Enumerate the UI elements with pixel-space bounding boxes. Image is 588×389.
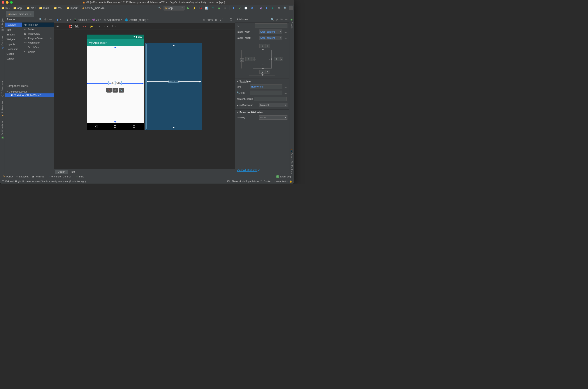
project-tool-tab[interactable]: ▦1: Project [1,18,4,32]
infer-constraints-icon[interactable]: ✨ [89,25,94,29]
more-icon[interactable]: … [284,36,287,39]
gear-icon[interactable]: ⚙▾ [280,18,283,21]
palette-category[interactable]: Common [5,23,22,27]
zoom-in-button[interactable]: ⊕ [214,18,218,22]
palette-item[interactable]: AbTextView [22,23,54,27]
logcat-tool-button[interactable]: ≡6: Logcat [15,175,31,178]
palette-category[interactable]: Google [5,51,22,56]
tree-row-root[interactable]: ⌗ ConstraintLayout [5,90,54,94]
device-file-explorer-tab[interactable]: 📱Device File Explorer [290,149,293,174]
palette-item[interactable]: 🖼ImageView [22,32,54,36]
blueprint-preview[interactable]: Hello World! [145,43,202,130]
palette-item[interactable]: ☰ScrollView [22,45,54,49]
build-tool-button[interactable]: ⬆⬇Build [72,175,86,178]
swap-icon[interactable]: ⇄ [276,18,278,21]
pack-icon[interactable]: ↕▼ [95,25,101,29]
design-preview[interactable]: ▼ ▮ 8:00 My Application [87,34,144,130]
palette-item[interactable]: ⊷Switch [22,49,54,54]
avd-manager-icon[interactable]: ▣ [258,6,263,10]
text-appearance-select[interactable]: Material▼ [259,103,287,107]
textview-widget[interactable]: Hello World! [109,82,121,84]
account-icon[interactable] [289,6,293,10]
breadcrumb[interactable]: ◆ activity_main.xml [82,6,105,10]
breadcrumb[interactable]: 📁layout〉 [66,6,81,10]
lock-icon[interactable]: 🔒 [289,180,292,183]
theme-selector[interactable]: ◎AppTheme▼ [103,18,123,22]
palette-category[interactable]: Widgets [5,37,22,42]
panel-resize-grip[interactable]: ⠿⠿⠿ [5,81,54,83]
favorites-tool-tab[interactable]: ★2: Favorites [1,101,4,117]
stop-button[interactable]: ■ [223,6,227,10]
zoom-out-button[interactable]: ⊖ [202,18,206,22]
breadcrumb[interactable]: 📁res〉 [54,6,66,10]
textview-section[interactable]: ▼TextView [235,79,289,84]
coverage-icon[interactable]: ◔ [210,6,215,10]
warnings-icon[interactable]: ⓘ [229,18,233,22]
editor-tab[interactable]: ◆ activity_main.xml × [6,11,34,17]
hide-panel-icon[interactable]: — [285,18,287,21]
palette-item[interactable]: ≡RecyclerView⬇ [22,36,54,40]
device-selector[interactable]: 📱Nexus 4▼ [73,18,91,22]
locale-selector[interactable]: 🌐Default (en-us)▼ [124,18,149,22]
surface-selector[interactable]: ◆▼ [56,18,62,22]
breadcrumb[interactable]: 📁app〉 [13,6,26,10]
profiler-icon[interactable]: 📊 [204,6,209,10]
gear-icon[interactable]: ⚙▾ [44,18,47,21]
gear-icon[interactable]: ⚙▾ [26,84,29,88]
canvas-area[interactable]: ▼ ▮ 8:00 My Application [54,30,235,169]
default-margins[interactable]: 8dp [74,25,80,29]
palette-category[interactable]: Legacy [5,56,22,61]
favorites-section[interactable]: ▼Favorite Attributes [235,109,289,114]
palette-item[interactable]: ▭Button [22,27,54,32]
id-input[interactable] [255,23,287,28]
vcs-revert-icon[interactable]: ↺ [249,6,254,10]
text-input[interactable] [250,84,282,89]
orientation-selector[interactable]: ◈▼ [66,18,72,22]
visibility-select[interactable]: none▼ [259,115,287,120]
delete-constraint-button[interactable]: ⤡ [106,88,112,93]
search-icon[interactable]: 🔍 [271,18,274,21]
project-structure-icon[interactable]: ⚒ [277,6,281,10]
breadcrumb[interactable]: 📁main〉 [39,6,53,10]
breadcrumb[interactable]: 📁02〉 [1,6,12,10]
resource-manager-icon[interactable]: ⬇︎ [270,6,275,10]
text-tool-input[interactable] [250,91,282,95]
content-description-input[interactable] [254,97,287,101]
tree-row-textview[interactable]: Ab TextView - "Hello World!" [5,94,54,97]
event-log-button[interactable]: 1Event Log [274,175,293,178]
structure-tool-tab[interactable]: ⌬7: Structure [1,81,4,97]
context-indicator[interactable]: Context: <no context> [264,180,287,183]
text-tab[interactable]: Text [68,170,77,174]
run-button[interactable]: ▶ [186,6,191,10]
vcs-tool-button[interactable]: ⎇9: Version Control [46,175,72,178]
terminal-tool-button[interactable]: ▣Terminal [30,175,46,178]
todo-tool-button[interactable]: ✎TODO [1,175,15,178]
constraint-widget[interactable]: 50 ⌄⌄⌄ ⌃⌃⌃ ››› ‹‹‹ 0 ▼ 0 ▼ [235,41,289,77]
zoom-fit-button[interactable]: ⛶ [219,18,224,22]
hide-panel-icon[interactable]: — [31,84,34,88]
make-project-icon[interactable]: 🔨 [157,6,162,10]
align-icon[interactable]: ⫠▼ [102,25,109,29]
gradle-tool-tab[interactable]: ◉Gradle [290,18,293,29]
baseline-button[interactable]: ab [112,88,118,93]
palette-category[interactable]: Text [5,27,22,32]
breadcrumb[interactable]: 📁src〉 [27,6,38,10]
device-content[interactable]: Hello World! ⤡ ab 🔧 [87,46,144,123]
attach-debugger-icon[interactable]: ▣ [216,6,221,10]
search-everywhere-icon[interactable]: 🔍 [283,6,287,10]
layout-width-select[interactable]: wrap_content▼ [259,30,282,34]
close-tab-icon[interactable]: × [30,13,32,15]
more-icon[interactable]: … [284,85,287,88]
palette-category[interactable]: Buttons [5,32,22,37]
more-icon[interactable]: … [284,31,287,33]
blueprint-textview[interactable]: Hello World! [168,80,179,83]
build-variants-tool-tab[interactable]: ▣Build Variants [1,121,4,139]
git-branch-indicator[interactable]: Git: 02-constraint-layout-linear ⌃ [227,180,262,183]
palette-item[interactable]: <><fragment> [22,40,54,45]
search-icon[interactable]: 🔍 [39,18,42,21]
cycle-chain-button[interactable]: 🔧 [119,88,124,93]
palette-category[interactable]: Layouts [5,42,22,47]
apply-changes-icon[interactable]: ⚡ [192,6,197,10]
vcs-history-icon[interactable]: 🕘 [243,6,248,10]
hide-panel-icon[interactable]: — [49,18,52,21]
